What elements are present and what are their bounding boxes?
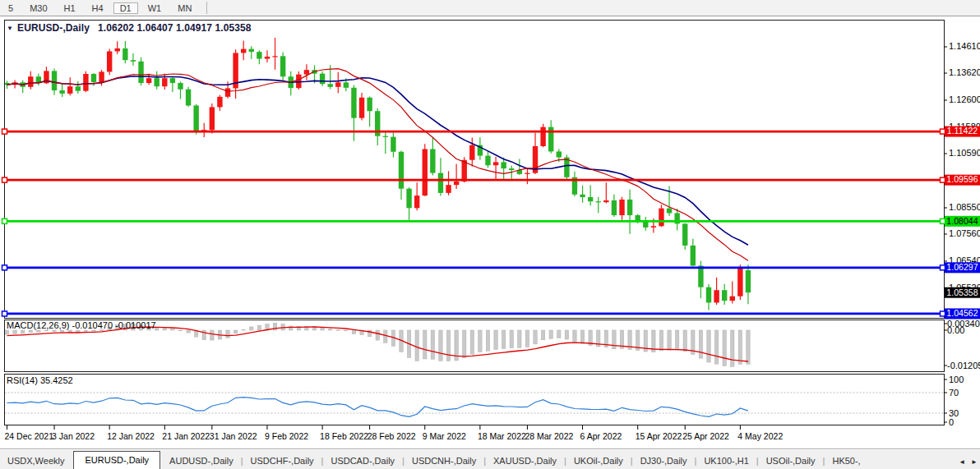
tab-scroll-left-icon[interactable]: ◄: [959, 458, 965, 466]
candle-up: [335, 82, 340, 86]
candle-down: [596, 201, 601, 202]
date-axis-label: 18 Feb 2022: [320, 431, 368, 441]
candle-up: [225, 88, 230, 96]
price-axis-label: 1.12600: [949, 94, 980, 104]
rsi-axis-label: 100: [949, 375, 964, 384]
symbol-tab-usdchf-daily[interactable]: USDCHF-,Daily: [243, 453, 321, 469]
timeframe-button-d1[interactable]: D1: [113, 2, 138, 14]
macd-histogram-bar: [250, 327, 253, 330]
candle-down: [193, 105, 198, 131]
symbol-tab-usdcnh-daily[interactable]: USDCNH-,Daily: [404, 453, 483, 469]
candle-down: [438, 173, 443, 193]
candle-down: [706, 287, 711, 303]
candle-down: [682, 223, 687, 246]
hline-handle-right[interactable]: [941, 129, 945, 134]
toolbar-separator: [206, 2, 207, 14]
timeframe-button-5[interactable]: 5: [2, 2, 20, 14]
macd-histogram-bar: [668, 330, 671, 350]
date-axis-label: 12 Jan 2022: [107, 431, 155, 441]
macd-histogram-bar: [53, 330, 56, 332]
symbol-tab-ukoil-daily[interactable]: UKOil-,Daily: [566, 453, 631, 469]
candle-down: [627, 200, 632, 215]
date-axis-label: 6 Apr 2022: [580, 431, 622, 441]
macd-histogram-bar: [534, 330, 537, 344]
macd-histogram-bar: [13, 330, 16, 333]
symbol-tab-usdcad-daily[interactable]: USDCAD-,Daily: [323, 453, 402, 469]
symbol-tab-audusd-daily[interactable]: AUDUSD-,Daily: [162, 453, 241, 469]
candle-down: [698, 265, 703, 287]
symbol-tab-uk100-h1[interactable]: UK100-,H1: [696, 453, 756, 469]
candle-up: [272, 56, 277, 57]
macd-histogram-bar: [29, 330, 32, 333]
macd-histogram-bar: [683, 330, 686, 352]
price-badge-label: 1.11422: [947, 126, 978, 136]
candle-down: [122, 48, 127, 60]
macd-axis-label: 0.00: [947, 325, 964, 335]
date-axis-label: 15 Apr 2022: [636, 431, 682, 441]
macd-histogram-bar: [163, 329, 166, 330]
chart-dropdown-icon[interactable]: ▼: [7, 25, 13, 32]
symbol-tab-eurusd-daily[interactable]: EURUSD-,Daily: [73, 451, 160, 469]
candle-down: [383, 136, 388, 137]
hline-handle-right[interactable]: [941, 265, 945, 270]
candle-up: [540, 127, 545, 146]
candle-up: [217, 97, 222, 108]
candle-up: [525, 173, 529, 174]
macd-histogram-bar: [580, 330, 584, 343]
chart-title: ▼EURUSD-,Daily1.06202 1.06407 1.04917 1.…: [7, 22, 252, 34]
candle-down: [636, 215, 640, 220]
hline-handle-right[interactable]: [941, 177, 945, 182]
symbol-tab-xauusd-daily[interactable]: XAUUSD-,Daily: [486, 453, 564, 469]
symbol-tab-hk50[interactable]: HK50-,: [825, 453, 867, 469]
date-axis-label: 9 Feb 2022: [265, 431, 308, 441]
hline-handle-left[interactable]: [2, 129, 7, 134]
candle-up: [454, 182, 459, 185]
hline-handle-left[interactable]: [2, 218, 7, 223]
candle-up: [359, 98, 364, 118]
timeframe-button-m30[interactable]: M30: [23, 2, 53, 14]
main-pane[interactable]: [5, 21, 945, 319]
candle-down: [580, 195, 585, 197]
candle-down: [178, 83, 183, 90]
price-axis-label: 1.13620: [949, 67, 980, 77]
timeframe-button-mn[interactable]: MN: [171, 2, 198, 14]
timeframe-button-w1[interactable]: W1: [141, 2, 169, 14]
candle-down: [351, 88, 356, 118]
candle-up: [446, 185, 451, 193]
macd-histogram-bar: [463, 330, 466, 358]
symbol-tab-dj30-daily[interactable]: DJ30-,Daily: [633, 453, 695, 469]
macd-histogram-bar: [518, 330, 521, 347]
rsi-pane[interactable]: [5, 375, 945, 425]
candle-up: [651, 226, 656, 228]
date-axis-label: 28 Mar 2022: [525, 431, 573, 441]
hline-handle-right[interactable]: [941, 218, 945, 223]
candle-up: [737, 268, 742, 296]
symbol-tab-usdx-weekly[interactable]: USDX,Weekly: [0, 453, 72, 469]
macd-histogram-bar: [549, 330, 552, 338]
hline-handle-left[interactable]: [2, 265, 7, 270]
candle-down: [557, 151, 562, 157]
symbol-tab-usoil-daily[interactable]: USOil-,Daily: [759, 453, 823, 469]
price-chart-canvas[interactable]: 1.146101.136201.126001.115801.105901.085…: [0, 0, 980, 469]
macd-histogram-bar: [384, 330, 387, 343]
candle-up: [162, 78, 167, 86]
candle-down: [52, 71, 57, 90]
macd-histogram-bar: [84, 330, 87, 331]
candle-down: [186, 90, 191, 106]
macd-histogram-bar: [731, 330, 734, 366]
date-axis-label: 9 Mar 2022: [423, 431, 466, 441]
timeframe-button-h1[interactable]: H1: [58, 2, 82, 14]
candle-down: [91, 74, 96, 82]
candle-down: [667, 209, 672, 214]
timeframe-button-h4[interactable]: H4: [86, 2, 110, 14]
candle-down: [722, 290, 727, 301]
macd-histogram-bar: [233, 330, 237, 333]
tab-scroll-right-icon[interactable]: ►: [971, 458, 978, 466]
hline-handle-left[interactable]: [2, 177, 7, 182]
candle-down: [430, 149, 435, 173]
hline-handle-right[interactable]: [941, 311, 945, 316]
candle-down: [138, 62, 143, 83]
candle-down: [249, 49, 254, 53]
macd-histogram-bar: [242, 329, 245, 330]
hline-handle-left[interactable]: [2, 311, 7, 316]
